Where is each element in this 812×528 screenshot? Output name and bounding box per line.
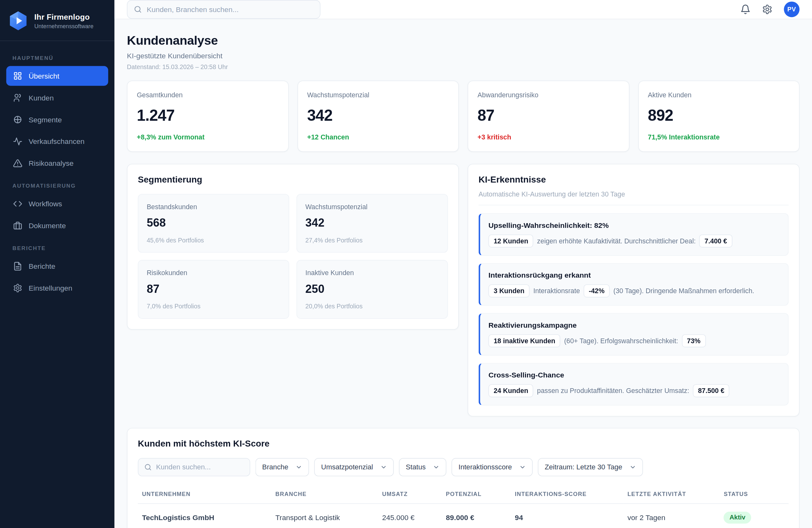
sidebar-item-label: Einstellungen [29, 284, 72, 292]
segment-share: 27,4% des Portfolios [305, 236, 439, 244]
sidebar-item-berichte[interactable]: Berichte [6, 256, 108, 276]
code-icon [13, 199, 23, 208]
insight-cross-selling: Cross-Selling-Chance 24 Kunden passen zu… [478, 363, 788, 406]
kpi-card-aktive-kunden: Aktive Kunden 892 71,5% Interaktionsrate [638, 80, 799, 152]
kpi-delta: 71,5% Interaktionsrate [648, 133, 789, 141]
sidebar-item-dokumente[interactable]: Dokumente [6, 216, 108, 235]
insight-chip: -42% [583, 284, 610, 297]
insight-text: (60+ Tage). Erfolgswahrscheinlichkeit: [564, 337, 678, 345]
grid-icon [13, 71, 23, 81]
search-icon [144, 463, 152, 471]
brand: Ihr Firmenlogo Unternehmenssoftware [0, 0, 114, 41]
global-search-input[interactable] [147, 5, 314, 13]
segments-icon [13, 115, 23, 124]
page-subtitle: KI-gestützte Kundenübersicht [127, 52, 799, 60]
kpi-delta: +3 kritisch [478, 133, 619, 141]
insight-upselling: Upselling-Wahrscheinlichkeit: 82% 12 Kun… [478, 213, 788, 256]
segment-label: Risikokunden [147, 269, 280, 277]
sidebar-item-label: Workflows [29, 200, 62, 208]
segment-label: Inaktive Kunden [305, 269, 439, 277]
avatar[interactable]: PV [784, 2, 799, 17]
data-status: Datenstand: 15.03.2026 – 20:58 Uhr [127, 63, 799, 71]
insight-reaktivierung: Reaktivierungskampagne 18 inaktive Kunde… [478, 313, 788, 356]
briefcase-icon [13, 221, 23, 231]
filter-zeitraum[interactable]: Zeitraum: Letzte 30 Tage [538, 458, 643, 476]
kpi-card-abwanderungsrisiko: Abwanderungsrisiko 87 +3 kritisch [468, 80, 629, 152]
segment-card-inaktive-kunden: Inaktive Kunden 250 20,0% des Portfolios [296, 260, 448, 319]
customers-panel: Kunden mit höchstem KI-Score Branche Ums… [127, 428, 799, 528]
kpi-value: 87 [478, 106, 619, 124]
kpi-value: 1.247 [137, 106, 278, 124]
sidebar-item-label: Berichte [29, 262, 55, 270]
nav-section-berichte: Berichte [12, 245, 102, 251]
app-root: Ihr Firmenlogo Unternehmenssoftware Haup… [0, 0, 812, 528]
col-status: Status [720, 487, 789, 503]
filter-row: Branche Umsatzpotenzial Status Interakti… [138, 458, 788, 476]
ki-insights-subtitle: Automatische KI-Auswertung der letzten 3… [478, 190, 788, 198]
insight-chip: 3 Kunden [489, 284, 530, 297]
sidebar-item-workflows[interactable]: Workflows [6, 194, 108, 214]
ki-divider [478, 205, 788, 205]
insight-title: Reaktivierungskampagne [489, 321, 780, 329]
segment-share: 20,0% des Portfolios [305, 303, 439, 310]
segment-value: 342 [305, 216, 439, 230]
cell-potential: 89.000 € [442, 503, 511, 528]
insight-chip: 87.500 € [693, 384, 729, 397]
topbar: PV [114, 0, 812, 19]
sidebar-item-einstellungen[interactable]: Einstellungen [6, 278, 108, 298]
filter-branche[interactable]: Branche [256, 458, 309, 476]
cell-revenue: 245.000 € [378, 503, 442, 528]
customers-title: Kunden mit höchstem KI-Score [138, 439, 788, 450]
sidebar-item-verkaufschancen[interactable]: Verkaufschancen [6, 132, 108, 151]
cell-company: TechLogistics GmbH [138, 503, 272, 528]
brand-subtitle: Unternehmenssoftware [34, 23, 93, 29]
customers-search [138, 458, 250, 476]
sidebar-item-kunden[interactable]: Kunden [6, 88, 108, 107]
kpi-label: Gesamtkunden [137, 91, 278, 99]
sidebar-item-label: Segmente [29, 115, 62, 123]
table-header-row: Unternehmen Branche Umsatz Potenzial Int… [138, 487, 788, 503]
col-unternehmen: Unternehmen [138, 487, 272, 503]
chevron-down-icon [433, 464, 440, 470]
status-badge: Aktiv [724, 512, 751, 523]
sidebar-item-label: Übersicht [29, 72, 59, 80]
sidebar-item-segmente[interactable]: Segmente [6, 109, 108, 129]
ki-insights-panel: KI-Erkenntnisse Automatische KI-Auswertu… [468, 164, 800, 416]
sidebar-item-label: Risikoanalyse [29, 159, 74, 167]
bell-icon[interactable] [740, 4, 751, 15]
customers-search-input[interactable] [156, 463, 244, 471]
segment-value: 87 [147, 282, 280, 296]
gear-icon[interactable] [762, 4, 772, 15]
segment-card-risikokunden: Risikokunden 87 7,0% des Portfolios [138, 260, 289, 319]
filter-umsatzpotenzial[interactable]: Umsatzpotenzial [314, 458, 394, 476]
insight-chip: 7.400 € [699, 235, 733, 248]
table-row[interactable]: TechLogistics GmbH Transport & Logistik … [138, 503, 788, 528]
insight-chip: 18 inaktive Kunden [489, 334, 561, 347]
insight-chip: 24 Kunden [489, 384, 534, 397]
col-umsatz: Umsatz [378, 487, 442, 503]
kpi-label: Abwanderungsrisiko [478, 91, 619, 99]
segmentation-panel: Segmentierung Bestandskunden 568 45,6% d… [127, 164, 459, 329]
sidebar-item-label: Kunden [29, 93, 54, 102]
col-branche: Branche [271, 487, 378, 503]
cell-industry: Transport & Logistik [271, 503, 378, 528]
sidebar-item-uebersicht[interactable]: Übersicht [6, 66, 108, 86]
insight-interaktionsrueckgang: Interaktionsrückgang erkannt 3 Kunden In… [478, 263, 788, 306]
customers-table: Unternehmen Branche Umsatz Potenzial Int… [138, 487, 788, 528]
kpi-label: Wachstumspotenzial [307, 91, 449, 99]
sidebar-item-risikoanalyse[interactable]: Risikoanalyse [6, 153, 108, 173]
activity-icon [13, 136, 23, 146]
filter-label: Status [406, 463, 426, 471]
col-potenzial: Potenzial [442, 487, 511, 503]
segment-value: 568 [147, 216, 280, 230]
chevron-down-icon [380, 464, 387, 470]
kpi-value: 342 [307, 106, 449, 124]
file-text-icon [13, 262, 23, 271]
filter-label: Zeitraum: Letzte 30 Tage [545, 463, 622, 471]
page-title: Kundenanalyse [127, 33, 799, 48]
filter-interaktionsscore[interactable]: Interaktionsscore [452, 458, 533, 476]
chevron-down-icon [295, 464, 302, 470]
filter-status[interactable]: Status [399, 458, 446, 476]
gear-icon [13, 283, 23, 293]
segment-share: 7,0% des Portfolios [147, 303, 280, 310]
